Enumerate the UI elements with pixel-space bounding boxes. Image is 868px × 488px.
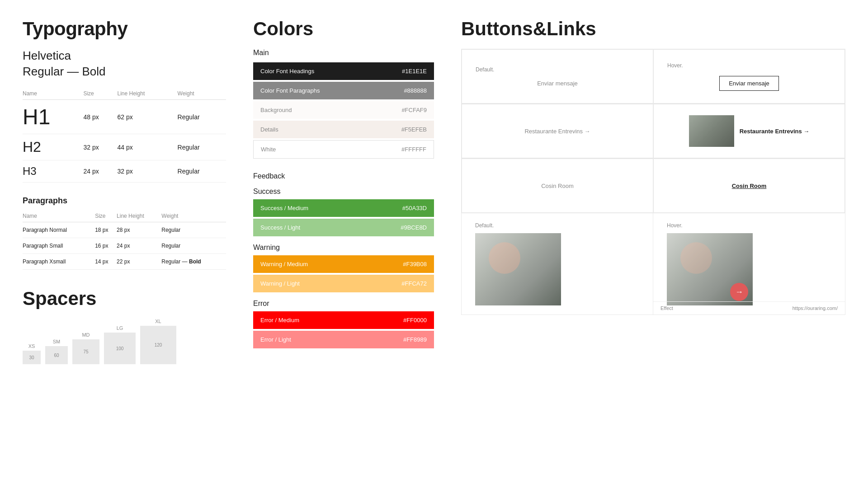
swatch-hex: #50A33D	[402, 205, 427, 211]
effect-url: https://ouraring.com/	[793, 305, 838, 311]
color-swatch: Color Font Headings #1E1E1E	[253, 62, 434, 80]
feedback-swatch: Success / Medium #50A33D	[253, 199, 434, 217]
table-row: Paragraph Small 16 px 24 px Regular	[23, 238, 226, 254]
para-size: 16 px	[95, 238, 117, 254]
room-hover-cell: Cosin Room	[653, 159, 845, 213]
swatch-hex: #FFFFFF	[401, 146, 426, 153]
default-label: Default.	[476, 66, 494, 73]
send-hover-cell: Hover. Enviar mensaje	[653, 49, 845, 103]
paragraphs-table: Name Size Line Height Weight Paragraph N…	[23, 210, 226, 270]
font-name: Helvetica	[23, 49, 226, 63]
restaurant-hover-content: Restaurante Entrevins →	[689, 115, 810, 147]
feedback-swatch: Warning / Medium #F39B08	[253, 255, 434, 273]
para-name: Paragraph Normal	[23, 222, 95, 238]
spacers-row: XS 30 SM 60 MD 75 LG 100 XL 120	[23, 319, 226, 364]
heading-weight: Regular	[178, 134, 226, 160]
card-default-cell: Default.	[462, 213, 653, 314]
feedback-swatch: Error / Light #FF8989	[253, 331, 434, 348]
spacers-title: Spacers	[23, 288, 226, 310]
swatch-label: White	[261, 146, 276, 153]
room-label-hover: Cosin Room	[732, 183, 767, 189]
table-row: H1 48 px 62 px Regular	[23, 100, 226, 134]
swatch-hex: #F39B08	[403, 261, 427, 267]
swatch-hex: #1E1E1E	[402, 68, 427, 75]
spacer-label: XL	[155, 319, 161, 324]
swatch-label: Error / Medium	[260, 317, 299, 324]
feedback-label: Feedback	[253, 172, 434, 180]
spacer-label: MD	[82, 332, 90, 338]
para-lh: 28 px	[117, 222, 161, 238]
room-default-cell: Cosin Room	[462, 159, 653, 213]
error-swatches: Error / Medium #FF0000 Error / Light #FF…	[253, 311, 434, 348]
para-weight: Regular	[161, 222, 226, 238]
feedback-swatch: Warning / Light #FFCA72	[253, 275, 434, 292]
heading-size: 48 px	[83, 100, 117, 134]
swatch-hex: #F5EFEB	[401, 126, 427, 133]
swatch-label: Color Font Headings	[260, 68, 314, 75]
col-size: Size	[83, 88, 117, 100]
restaurant-default-cell: Restaurante Entrevins →	[462, 104, 653, 158]
spacer-box: 30	[23, 351, 41, 364]
swatch-label: Warning / Light	[260, 280, 300, 287]
col-name: Name	[23, 88, 83, 100]
send-row: Default. Enviar mensaje Hover. Enviar me…	[461, 49, 845, 104]
effect-row: Effect https://ouraring.com/	[653, 301, 845, 314]
main-swatches: Color Font Headings #1E1E1E Color Font P…	[253, 62, 434, 159]
swatch-hex: #FFCA72	[401, 280, 427, 287]
card-hover-cell: Hover. → Effect https://ouraring.com/	[653, 213, 845, 314]
card-row: Default. Hover. → Effect https://ourarin…	[461, 213, 845, 315]
room-row: Cosin Room Cosin Room	[461, 159, 845, 213]
spacer-item: XS 30	[23, 343, 41, 364]
restaurant-hover-cell: Restaurante Entrevins →	[653, 104, 845, 158]
swatch-hex: #9BCE8D	[401, 224, 427, 231]
fab-button[interactable]: →	[730, 283, 748, 301]
spacer-item: XL 120	[140, 319, 176, 364]
table-row: H2 32 px 44 px Regular	[23, 134, 226, 160]
card-image-default	[475, 233, 561, 305]
headings-table: Name Size Line Height Weight H1 48 px 62…	[23, 88, 226, 183]
heading-size: 32 px	[83, 134, 117, 160]
font-style: Regular — Bold	[23, 65, 226, 79]
swatch-label: Success / Medium	[260, 205, 308, 211]
effect-label: Effect	[660, 305, 673, 311]
table-row: Paragraph Normal 18 px 28 px Regular	[23, 222, 226, 238]
warning-label: Warning	[253, 244, 434, 252]
heading-name: H1	[23, 100, 83, 134]
spacer-box: 60	[45, 346, 68, 364]
spacer-label: XS	[28, 343, 35, 349]
para-lh: 24 px	[117, 238, 161, 254]
buttons-column: Buttons&Links Default. Enviar mensaje Ho…	[461, 18, 845, 470]
restaurant-link-hover[interactable]: Restaurante Entrevins →	[740, 128, 810, 135]
send-button-hover[interactable]: Enviar mensaje	[719, 76, 779, 91]
table-row: Paragraph Xsmall 14 px 22 px Regular — B…	[23, 254, 226, 270]
restaurant-row: Restaurante Entrevins → Restaurante Entr…	[461, 104, 845, 159]
swatch-label: Color Font Paragraphs	[260, 87, 320, 94]
para-weight: Regular	[161, 238, 226, 254]
hover-label: Hover.	[667, 62, 683, 69]
paragraphs-label: Paragraphs	[23, 196, 226, 206]
typography-title: Typography	[23, 18, 226, 40]
heading-lh: 32 px	[118, 160, 178, 183]
main-label: Main	[253, 49, 434, 57]
swatch-hex: #FCFAF9	[401, 107, 427, 113]
send-link-default[interactable]: Enviar mensaje	[537, 80, 578, 87]
error-label: Error	[253, 300, 434, 308]
warning-swatches: Warning / Medium #F39B08 Warning / Light…	[253, 255, 434, 292]
para-weight: Regular — Bold	[161, 254, 226, 270]
col-name-p: Name	[23, 210, 95, 222]
swatch-label: Background	[260, 107, 292, 113]
swatch-hex: #FF0000	[403, 317, 427, 324]
spacer-item: LG 100	[104, 325, 136, 364]
heading-weight: Regular	[178, 160, 226, 183]
heading-weight: Regular	[178, 100, 226, 134]
page-root: Typography Helvetica Regular — Bold Name…	[0, 0, 868, 488]
swatch-label: Warning / Medium	[260, 261, 308, 267]
col-line-height-p: Line Height	[117, 210, 161, 222]
restaurant-link-default[interactable]: Restaurante Entrevins →	[524, 128, 590, 135]
color-swatch: Color Font Paragraphs #888888	[253, 82, 434, 99]
swatch-hex: #FF8989	[403, 336, 427, 343]
swatch-hex: #888888	[404, 87, 427, 94]
heading-lh: 62 px	[118, 100, 178, 134]
spacer-item: MD 75	[72, 332, 99, 364]
feedback-swatch: Success / Light #9BCE8D	[253, 219, 434, 236]
